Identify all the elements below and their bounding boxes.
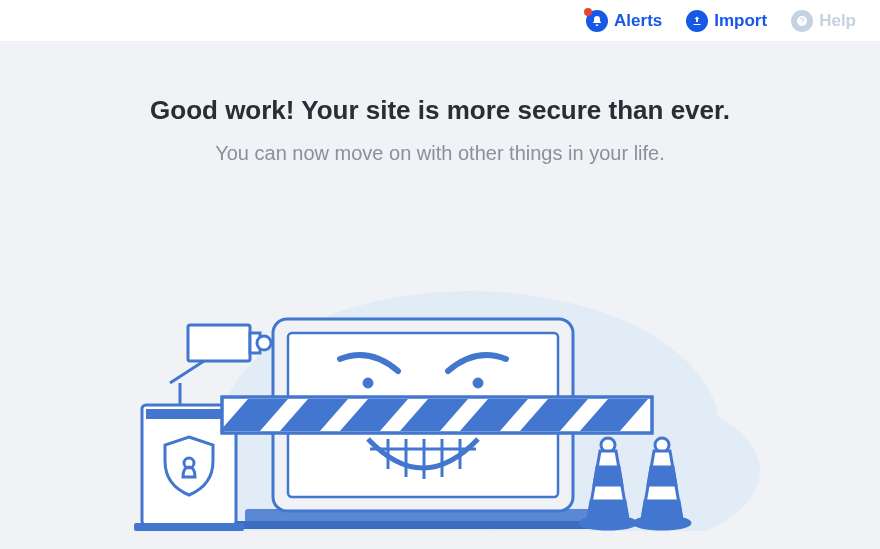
svg-rect-21 bbox=[188, 325, 250, 361]
security-illustration bbox=[0, 201, 880, 531]
alerts-button[interactable]: Alerts bbox=[586, 10, 662, 32]
page-subtitle: You can now move on with other things in… bbox=[0, 142, 880, 165]
svg-rect-16 bbox=[134, 523, 244, 531]
svg-rect-17 bbox=[146, 409, 232, 419]
help-icon bbox=[791, 10, 813, 32]
svg-point-8 bbox=[473, 378, 483, 388]
import-label: Import bbox=[714, 11, 767, 31]
main-content: Good work! Your site is more secure than… bbox=[0, 42, 880, 531]
svg-point-23 bbox=[257, 336, 271, 350]
alerts-label: Alerts bbox=[614, 11, 662, 31]
barrier-icon bbox=[212, 397, 652, 433]
notification-dot-icon bbox=[584, 8, 592, 16]
help-label: Help bbox=[819, 11, 856, 31]
header: Alerts Import Help bbox=[0, 0, 880, 42]
help-button[interactable]: Help bbox=[791, 10, 856, 32]
import-button[interactable]: Import bbox=[686, 10, 767, 32]
bell-icon bbox=[586, 10, 608, 32]
svg-rect-4 bbox=[230, 521, 620, 529]
svg-line-20 bbox=[170, 361, 204, 383]
svg-point-7 bbox=[363, 378, 373, 388]
upload-icon bbox=[686, 10, 708, 32]
page-title: Good work! Your site is more secure than… bbox=[0, 94, 880, 128]
